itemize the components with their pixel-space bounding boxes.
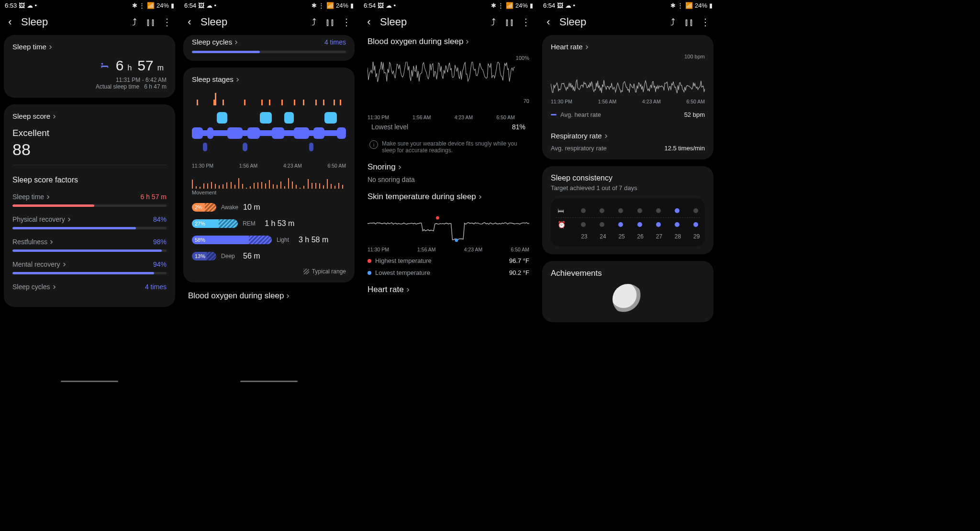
stage-row-deep: 13%Deep56 m <box>192 252 346 260</box>
back-icon[interactable]: ‹ <box>185 18 194 26</box>
avg-hr-row: Avg. heart rate52 bpm <box>551 111 705 118</box>
stage-row-light: 58%Light3 h 58 m <box>192 236 346 244</box>
chevron-right-icon <box>46 43 53 51</box>
more-icon[interactable]: ⋮ <box>340 16 353 28</box>
factor-sleep-cycles: Sleep cycles4 times <box>12 283 167 291</box>
consistency-dot <box>600 208 604 213</box>
consistency-dot <box>618 208 623 213</box>
avg-resp-row: Avg. respiratory rate12.5 times/min <box>551 145 705 152</box>
alarm-icon: ⏰ <box>557 221 567 228</box>
consistency-grid: 🛏 ⏰ 23242526272829 <box>551 198 705 247</box>
achievements-card: Achievements <box>542 261 713 322</box>
consistency-dot <box>637 208 642 213</box>
factor-mental-recovery: Mental recovery94% <box>12 260 167 274</box>
factor-physical-recovery: Physical recovery84% <box>12 215 167 229</box>
achievements-title: Achievements <box>551 269 705 278</box>
consistency-dot <box>656 208 661 213</box>
score-word: Excellent <box>12 128 167 138</box>
cycles-value: 4 times <box>324 38 346 46</box>
pane-sleep-overview: 6:53🖼 ☁ • ✱ ⋮ 📶24%▮ ‹ Sleep ⤴ ⫿⫿ ⋮ Sleep… <box>0 0 179 383</box>
factor-link[interactable]: Physical recovery <box>12 215 71 223</box>
back-icon[interactable]: ‹ <box>544 18 553 26</box>
status-icons-left: 🖼 ☁ • <box>19 2 37 9</box>
consistency-target: Target achieved 1 out of 7 days <box>551 184 705 192</box>
stage-row-awake: 2%Awake10 m <box>192 203 346 212</box>
cycles-bar <box>192 51 346 53</box>
share-icon[interactable]: ⤴ <box>487 16 500 28</box>
sleep-score-link[interactable]: Sleep score <box>12 112 167 120</box>
no-snoring-text: No snoring data <box>368 176 529 183</box>
pane-blood-oxygen: 6:54🖼 ☁ •✱ ⋮ 📶24%▮ ‹ Sleep ⤴ ⫿⫿ ⋮ Blood … <box>359 0 538 383</box>
factor-value: 98% <box>153 238 167 246</box>
share-icon[interactable]: ⤴ <box>308 16 320 28</box>
more-icon[interactable]: ⋮ <box>699 16 712 28</box>
factor-link[interactable]: Mental recovery <box>12 260 67 268</box>
consistency-dot <box>581 208 586 213</box>
battery-pct: 24% <box>156 2 169 9</box>
heart-rate-link[interactable]: Heart rate <box>551 43 705 51</box>
consistency-dot <box>693 208 698 213</box>
snoring-link[interactable]: Snoring <box>368 162 529 172</box>
sleep-duration: 6h 57m <box>12 57 167 74</box>
skin-temp-section: Skin temperature during sleep 11:30 PM1:… <box>359 190 538 283</box>
consistency-title: Sleep consistency <box>551 174 705 182</box>
sleep-time-link[interactable]: Sleep time <box>12 43 167 51</box>
factor-link[interactable]: Sleep time <box>12 193 50 201</box>
bedtime-icon: 🛏 <box>557 207 567 215</box>
sleep-consistency-card: Sleep consistency Target achieved 1 out … <box>542 166 713 254</box>
factor-sleep-time: Sleep time6 h 57 m <box>12 193 167 207</box>
factor-restfulness: Restfulness98% <box>12 238 167 252</box>
time-range: 11:31 PM - 6:42 AM <box>116 77 167 83</box>
sleep-score-card: Sleep score Excellent 88 Sleep score fac… <box>4 104 175 307</box>
typical-range-legend: Typical range <box>192 268 346 275</box>
chevron-right-icon <box>50 112 56 120</box>
skin-temp-link[interactable]: Skin temperature during sleep <box>368 192 529 202</box>
lowest-level-row: Lowest level81% <box>368 120 529 134</box>
blood-oxygen-chart: 100% 70 <box>368 55 529 113</box>
svg-point-0 <box>436 216 439 220</box>
factor-link[interactable]: Restfulness <box>12 238 54 246</box>
sleep-cycles-card: Sleep cycles 4 times <box>183 35 355 61</box>
blood-oxygen-link[interactable]: Blood oxygen during sleep <box>188 291 350 301</box>
sleep-time-card: Sleep time 6h 57m 11:31 PM - 6:42 AM Act… <box>4 35 175 98</box>
consistency-dot <box>581 222 586 227</box>
moon-badge-icon <box>612 284 643 315</box>
factor-link[interactable]: Sleep cycles <box>12 283 56 291</box>
consistency-dot <box>618 222 623 227</box>
info-icon: i <box>369 140 378 149</box>
back-icon[interactable]: ‹ <box>6 18 14 26</box>
respiratory-link[interactable]: Respiratory rate <box>551 132 705 140</box>
more-icon[interactable]: ⋮ <box>161 16 173 28</box>
share-icon[interactable]: ⤴ <box>128 16 141 28</box>
stats-icon[interactable]: ⫿⫿ <box>683 16 695 28</box>
score-value: 88 <box>12 140 167 159</box>
factors-title: Sleep score factors <box>12 176 167 184</box>
pane-heart-rate: 6:54🖼 ☁ •✱ ⋮ 📶24%▮ ‹ Sleep ⤴ ⫿⫿ ⋮ Heart … <box>538 0 718 383</box>
blood-oxygen-link[interactable]: Blood oxygen during sleep <box>368 37 529 46</box>
skin-temp-chart <box>368 211 529 245</box>
stats-icon[interactable]: ⫿⫿ <box>324 16 336 28</box>
scrollbar-hint <box>61 381 118 382</box>
share-icon[interactable]: ⤴ <box>667 16 679 28</box>
consistency-dot <box>656 222 661 227</box>
status-bar: 6:53🖼 ☁ • ✱ ⋮ 📶24%▮ <box>0 0 179 11</box>
consistency-dot <box>675 208 679 213</box>
factor-value: 4 times <box>145 283 167 291</box>
heart-rate-link[interactable]: Heart rate <box>368 285 529 294</box>
sleep-cycles-link[interactable]: Sleep cycles <box>192 38 238 46</box>
snoring-section: Snoring No snoring data <box>359 160 538 190</box>
app-header: ‹ Sleep ⤴ ⫿⫿ ⋮ <box>0 11 179 35</box>
heart-rate-chart <box>551 63 705 97</box>
page-title: Sleep <box>21 16 124 28</box>
sleep-stages-chart: 11:30 PM1:56 AM4:23 AM6:50 AM Movement <box>192 91 346 195</box>
stats-icon[interactable]: ⫿⫿ <box>503 16 516 28</box>
stats-icon[interactable]: ⫿⫿ <box>145 16 157 28</box>
more-icon[interactable]: ⋮ <box>520 16 532 28</box>
consistency-dot <box>675 222 679 227</box>
pane-sleep-stages: 6:54🖼 ☁ •✱ ⋮ 📶24%▮ ‹ Sleep ⤴ ⫿⫿ ⋮ Sleep … <box>179 0 359 383</box>
back-icon[interactable]: ‹ <box>365 18 373 26</box>
lowest-temp-row: Lowest temperature90.2 °F <box>368 269 529 276</box>
sleep-stages-link[interactable]: Sleep stages <box>192 75 346 83</box>
stage-row-rem: 27%REM1 h 53 m <box>192 219 346 228</box>
svg-point-1 <box>455 238 458 242</box>
